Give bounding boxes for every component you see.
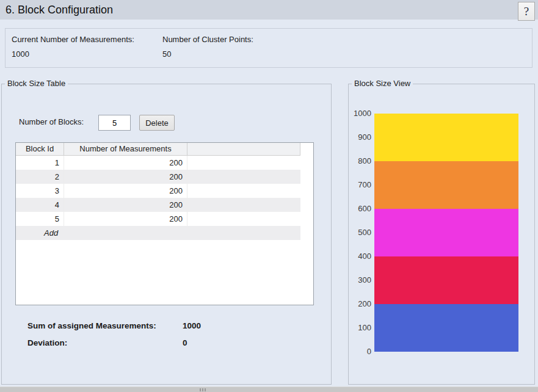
y-tick-label: 900 — [349, 132, 371, 143]
measurements-value: 1000 — [12, 49, 29, 59]
block-id-cell: 1 — [16, 156, 64, 170]
y-tick-label: 300 — [349, 275, 371, 286]
block-size-table-group: Block Size Table Number of Blocks: Delet… — [1, 84, 332, 385]
table-row[interactable]: 4 200 — [16, 198, 300, 212]
table-row[interactable]: 5 200 — [16, 212, 300, 226]
measurements-cell[interactable]: 200 — [64, 198, 187, 212]
block-table-header: Block Id Number of Measurements — [16, 143, 300, 156]
y-tick-label: 1000 — [349, 108, 371, 119]
number-of-blocks-label: Number of Blocks: — [19, 117, 84, 128]
titlebar: 6. Block Configuration — [0, 0, 538, 20]
block-configuration-window: 6. Block Configuration ? Current Number … — [0, 0, 538, 392]
block-size-table-title: Block Size Table — [5, 79, 68, 88]
sum-label: Sum of assigned Measurements: — [27, 321, 156, 330]
block-size-view-group: Block Size View 1000 900 800 700 600 500… — [348, 84, 535, 385]
chart-segment-block-1 — [374, 304, 518, 352]
splitter-grip-icon — [200, 388, 206, 391]
block-id-cell: 2 — [16, 170, 64, 184]
measurements-label: Current Number of Measurements: — [12, 35, 134, 44]
y-tick-label: 200 — [349, 299, 371, 310]
table-row[interactable]: 3 200 — [16, 184, 300, 198]
table-row[interactable]: 2 200 — [16, 170, 300, 184]
cluster-points-label: Number of Cluster Points: — [162, 35, 253, 44]
chart-segment-block-4 — [374, 161, 518, 209]
y-tick-label: 100 — [349, 322, 371, 333]
deviation-label: Deviation: — [27, 338, 67, 347]
y-tick-label: 700 — [349, 180, 371, 191]
measurements-cell[interactable]: 200 — [64, 156, 187, 170]
block-table: Block Id Number of Measurements 1 200 2 … — [15, 142, 314, 305]
y-tick-label: 600 — [349, 203, 371, 214]
sum-value: 1000 — [183, 321, 201, 330]
page-title: 6. Block Configuration — [5, 0, 113, 20]
delete-button[interactable]: Delete — [139, 115, 175, 131]
chart-segment-block-5 — [374, 114, 518, 161]
bottom-splitter[interactable] — [0, 387, 538, 392]
column-header-block-id: Block Id — [16, 143, 64, 155]
y-tick-label: 400 — [349, 251, 371, 262]
table-row[interactable]: 1 200 — [16, 156, 300, 170]
measurements-cell[interactable]: 200 — [64, 184, 187, 198]
y-tick-label: 500 — [349, 227, 371, 238]
y-tick-label: 800 — [349, 156, 371, 167]
deviation-value: 0 — [183, 338, 187, 347]
column-header-measurements: Number of Measurements — [64, 143, 187, 155]
info-panel: Current Number of Measurements: 1000 Num… — [5, 28, 533, 68]
block-size-view-title: Block Size View — [352, 79, 413, 88]
cluster-points-value: 50 — [162, 49, 171, 59]
add-row[interactable]: Add — [16, 226, 300, 240]
block-id-cell: 3 — [16, 184, 64, 198]
number-of-blocks-input[interactable] — [98, 115, 131, 131]
stacked-bar-chart — [374, 114, 518, 352]
block-id-cell: 5 — [16, 212, 64, 226]
help-button[interactable]: ? — [518, 2, 535, 21]
block-id-cell: 4 — [16, 198, 64, 212]
measurements-cell[interactable]: 200 — [64, 170, 187, 184]
chart-segment-block-3 — [374, 209, 518, 256]
column-header-empty — [187, 143, 300, 155]
measurements-cell[interactable]: 200 — [64, 212, 187, 226]
chart-segment-block-2 — [374, 256, 518, 304]
y-tick-label: 0 — [349, 346, 371, 357]
